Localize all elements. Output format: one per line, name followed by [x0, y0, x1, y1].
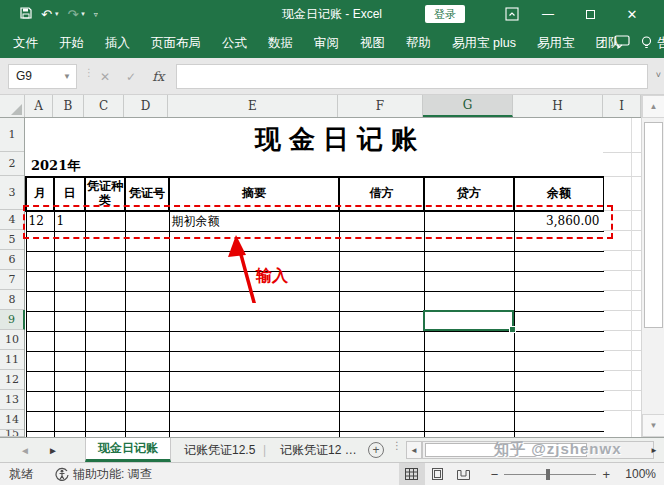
cell[interactable] [125, 391, 169, 411]
tab-options-dots-icon[interactable]: ⋮ [392, 443, 402, 448]
cell[interactable] [339, 351, 424, 371]
cell[interactable] [514, 411, 604, 431]
cell[interactable] [85, 251, 125, 271]
cell[interactable] [424, 331, 514, 351]
cell[interactable] [514, 391, 604, 411]
cell[interactable] [85, 271, 125, 291]
row-header-13[interactable]: 13 [0, 390, 24, 410]
tell-me-button[interactable]: 告诉我 [641, 35, 664, 52]
cell[interactable] [169, 371, 339, 391]
page-break-view-icon[interactable] [451, 463, 477, 485]
zoom-slider-track[interactable] [504, 474, 596, 475]
vertical-scrollbar[interactable]: ▲ ▼ [641, 95, 664, 437]
cell[interactable] [514, 351, 604, 371]
row-header-7[interactable]: 7 [0, 270, 24, 290]
cell[interactable] [125, 351, 169, 371]
cell[interactable] [424, 391, 514, 411]
tab-formulas[interactable]: 公式 [222, 35, 247, 52]
cell[interactable] [54, 251, 85, 271]
cell[interactable] [424, 251, 514, 271]
login-button[interactable]: 登录 [425, 5, 465, 23]
tab-help[interactable]: 帮助 [406, 35, 431, 52]
name-box[interactable]: G9▼ [8, 64, 77, 89]
cell[interactable] [514, 251, 604, 271]
cell[interactable] [514, 291, 604, 311]
cell[interactable] [424, 411, 514, 431]
select-all-button[interactable] [0, 95, 25, 117]
cell[interactable] [54, 271, 85, 291]
row-header-8[interactable]: 8 [0, 290, 24, 310]
row-header-12[interactable]: 12 [0, 370, 24, 390]
page-layout-view-icon[interactable] [425, 463, 451, 485]
cell[interactable] [125, 271, 169, 291]
cell[interactable] [424, 291, 514, 311]
column-header-i[interactable]: I [603, 95, 641, 117]
cell[interactable] [26, 391, 54, 411]
row-header-9[interactable]: 9 [0, 310, 25, 330]
insert-function-icon[interactable]: fx [152, 69, 164, 84]
row-header-2[interactable]: 2 [0, 152, 24, 176]
sheet-tab-cash-journal[interactable]: 现金日记账 [85, 438, 171, 462]
zoom-level[interactable]: 100% [620, 467, 656, 481]
sheet-tab-voucher-12-5[interactable]: 记账凭证12.5 [172, 438, 267, 462]
cell[interactable] [54, 331, 85, 351]
cell[interactable] [85, 311, 125, 331]
cell[interactable] [26, 311, 54, 331]
cell[interactable] [125, 251, 169, 271]
column-header-c[interactable]: C [84, 95, 124, 117]
scroll-down-icon[interactable]: ▼ [642, 414, 664, 437]
tab-yiyongbao[interactable]: 易用宝 [537, 35, 575, 52]
close-button[interactable]: ✕ [617, 0, 647, 28]
cell[interactable] [85, 391, 125, 411]
cell[interactable] [85, 411, 125, 431]
column-header-b[interactable]: B [53, 95, 84, 117]
cell[interactable] [424, 371, 514, 391]
cell[interactable] [169, 351, 339, 371]
cell[interactable] [85, 351, 125, 371]
row-header-10[interactable]: 10 [0, 330, 24, 350]
cell[interactable] [54, 411, 85, 431]
row-header-1[interactable]: 1 [0, 118, 24, 152]
column-header-e[interactable]: E [168, 95, 338, 117]
cell[interactable] [339, 311, 424, 331]
tab-review[interactable]: 审阅 [314, 35, 339, 52]
row-header-4[interactable]: 4 [0, 210, 24, 230]
cell[interactable] [339, 391, 424, 411]
tab-view[interactable]: 视图 [360, 35, 385, 52]
new-sheet-icon[interactable]: + [368, 442, 384, 458]
cell[interactable] [514, 331, 604, 351]
column-header-f[interactable]: F [338, 95, 423, 117]
zoom-slider-handle[interactable] [546, 469, 550, 480]
cell[interactable] [54, 391, 85, 411]
selected-cell-g9[interactable] [423, 310, 514, 331]
cell[interactable] [339, 371, 424, 391]
row-header-6[interactable]: 6 [0, 250, 24, 270]
tab-yiyongbao-plus[interactable]: 易用宝 plus [452, 35, 516, 52]
tab-data[interactable]: 数据 [268, 35, 293, 52]
cell[interactable] [125, 311, 169, 331]
cell[interactable] [125, 371, 169, 391]
cell[interactable] [26, 251, 54, 271]
tab-file[interactable]: 文件 [13, 35, 38, 52]
sheet-nav-left-icon[interactable]: ◄ [20, 438, 30, 462]
cell[interactable] [169, 331, 339, 351]
cell[interactable] [339, 271, 424, 291]
cell[interactable] [26, 271, 54, 291]
zoom-out-icon[interactable]: − [491, 468, 499, 481]
vertical-scroll-thumb[interactable] [644, 122, 663, 328]
cell[interactable] [169, 311, 339, 331]
cell[interactable] [26, 351, 54, 371]
column-header-a[interactable]: A [25, 95, 53, 117]
accessibility-status[interactable]: 辅助功能: 调查 [55, 466, 152, 483]
cell[interactable] [125, 331, 169, 351]
tab-home[interactable]: 开始 [59, 35, 84, 52]
cell[interactable] [85, 331, 125, 351]
cell[interactable] [54, 371, 85, 391]
cell[interactable] [169, 411, 339, 431]
cell[interactable] [26, 411, 54, 431]
cell[interactable] [339, 291, 424, 311]
cell[interactable] [424, 271, 514, 291]
cell[interactable] [54, 311, 85, 331]
column-header-g[interactable]: G [423, 95, 513, 117]
column-header-h[interactable]: H [513, 95, 603, 117]
